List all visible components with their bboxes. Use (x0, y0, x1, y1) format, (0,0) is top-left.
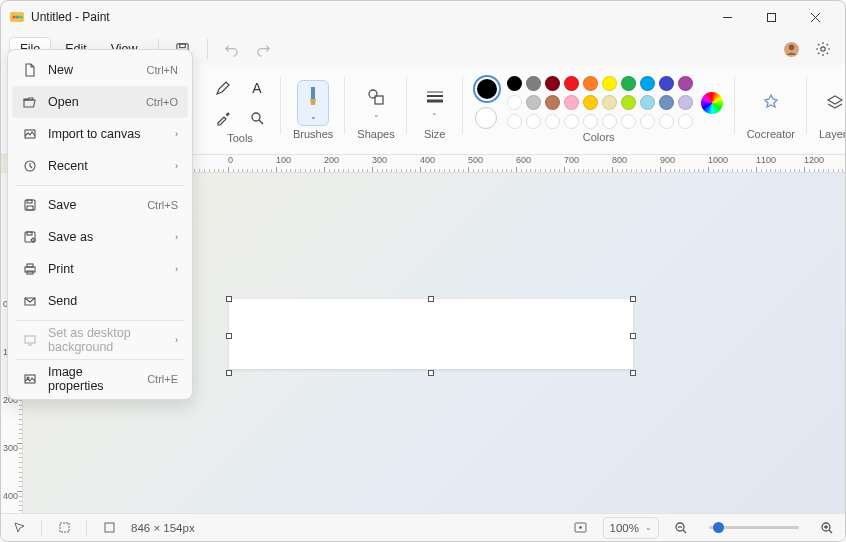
color-swatch[interactable] (640, 95, 655, 110)
color-swatch[interactable] (602, 76, 617, 91)
shapes-dropdown[interactable]: ⌄ (360, 80, 392, 126)
resize-handle-n[interactable] (428, 296, 434, 302)
file-menu-open[interactable]: OpenCtrl+O (12, 86, 188, 118)
color-swatch[interactable] (678, 95, 693, 110)
color-swatch[interactable] (583, 76, 598, 91)
ribbon-tools-label: Tools (227, 132, 253, 144)
ribbon-cocreator: Cocreator (735, 65, 807, 154)
ribbon-shapes: ⌄ Shapes (345, 65, 406, 154)
undo-button[interactable] (218, 35, 246, 63)
menu-item-label: Send (48, 294, 178, 308)
import-icon (22, 126, 38, 142)
ribbon-tools: A Tools (199, 65, 281, 154)
layers-button[interactable] (819, 80, 846, 126)
color-1[interactable] (475, 77, 499, 101)
file-menu-print[interactable]: Print› (12, 253, 188, 285)
ribbon-cocreator-label: Cocreator (747, 128, 795, 140)
chevron-right-icon: › (175, 161, 178, 171)
size-dropdown[interactable]: ⌄ (419, 80, 451, 126)
resize-handle-s[interactable] (428, 370, 434, 376)
resize-handle-se[interactable] (630, 370, 636, 376)
color-2[interactable] (475, 107, 497, 129)
file-menu-save[interactable]: SaveCtrl+S (12, 189, 188, 221)
color-swatch-empty[interactable] (659, 114, 674, 129)
color-swatch[interactable] (602, 95, 617, 110)
file-menu-new[interactable]: NewCtrl+N (12, 54, 188, 86)
zoom-in-button[interactable] (819, 520, 835, 536)
text-tool[interactable]: A (245, 76, 269, 100)
color-swatch[interactable] (640, 76, 655, 91)
color-swatch[interactable] (545, 95, 560, 110)
svg-point-39 (580, 527, 582, 529)
resize-handle-nw[interactable] (226, 296, 232, 302)
file-menu-import-to-canvas[interactable]: Import to canvas› (12, 118, 188, 150)
menu-shortcut: Ctrl+E (147, 373, 178, 385)
color-swatch-empty[interactable] (602, 114, 617, 129)
color-swatch-empty[interactable] (583, 114, 598, 129)
chevron-right-icon: › (175, 232, 178, 242)
svg-point-3 (19, 15, 22, 18)
settings-icon[interactable] (809, 35, 837, 63)
open-icon (22, 94, 38, 110)
color-swatch[interactable] (526, 76, 541, 91)
zoom-out-button[interactable] (673, 520, 689, 536)
color-swatch-empty[interactable] (678, 114, 693, 129)
cocreator-button[interactable] (755, 80, 787, 126)
canvas[interactable] (229, 299, 633, 369)
file-menu-image-properties[interactable]: Image propertiesCtrl+E (12, 363, 188, 395)
color-swatch[interactable] (583, 95, 598, 110)
zoom-slider[interactable] (709, 526, 799, 529)
edit-colors-button[interactable] (701, 92, 723, 114)
menu-item-label: New (48, 63, 137, 77)
eyedropper-tool[interactable] (211, 106, 235, 130)
color-swatch-empty[interactable] (526, 114, 541, 129)
color-swatch[interactable] (507, 76, 522, 91)
color-swatch[interactable] (545, 76, 560, 91)
color-swatch[interactable] (621, 95, 636, 110)
zoom-value: 100% (610, 522, 639, 534)
color-swatch-empty[interactable] (621, 114, 636, 129)
props-icon (22, 371, 38, 387)
account-icon[interactable] (777, 35, 805, 63)
ribbon-colors: Colors (463, 65, 735, 154)
svg-point-15 (252, 113, 260, 121)
resize-handle-sw[interactable] (226, 370, 232, 376)
menu-item-label: Print (48, 262, 165, 276)
menu-item-label: Save as (48, 230, 165, 244)
pencil-tool[interactable] (211, 76, 235, 100)
color-swatch-empty[interactable] (564, 114, 579, 129)
color-swatch[interactable] (507, 95, 522, 110)
color-swatch[interactable] (678, 76, 693, 91)
brushes-dropdown[interactable]: ⌄ (297, 80, 329, 126)
color-swatch-empty[interactable] (507, 114, 522, 129)
svg-line-44 (829, 530, 832, 533)
fit-screen-icon[interactable] (573, 520, 589, 536)
titlebar: Untitled - Paint (1, 1, 845, 33)
ribbon-size-label: Size (424, 128, 445, 140)
color-swatch-empty[interactable] (545, 114, 560, 129)
magnifier-tool[interactable] (245, 106, 269, 130)
svg-rect-26 (27, 200, 32, 203)
file-menu-recent[interactable]: Recent› (12, 150, 188, 182)
maximize-button[interactable] (749, 3, 793, 31)
svg-point-1 (12, 15, 15, 18)
file-menu-save-as[interactable]: Save as› (12, 221, 188, 253)
color-swatch-empty[interactable] (640, 114, 655, 129)
svg-rect-27 (27, 206, 33, 210)
color-swatch[interactable] (564, 95, 579, 110)
color-swatch[interactable] (564, 76, 579, 91)
close-button[interactable] (793, 3, 837, 31)
color-swatch[interactable] (526, 95, 541, 110)
minimize-button[interactable] (705, 3, 749, 31)
resize-handle-w[interactable] (226, 333, 232, 339)
color-swatch[interactable] (621, 76, 636, 91)
zoom-dropdown[interactable]: 100% ⌄ (603, 517, 659, 539)
color-swatch[interactable] (659, 95, 674, 110)
ribbon-size: ⌄ Size (407, 65, 463, 154)
color-swatch[interactable] (659, 76, 674, 91)
resize-handle-ne[interactable] (630, 296, 636, 302)
redo-button[interactable] (250, 35, 278, 63)
svg-rect-5 (767, 13, 775, 21)
resize-handle-e[interactable] (630, 333, 636, 339)
file-menu-send[interactable]: Send (12, 285, 188, 317)
